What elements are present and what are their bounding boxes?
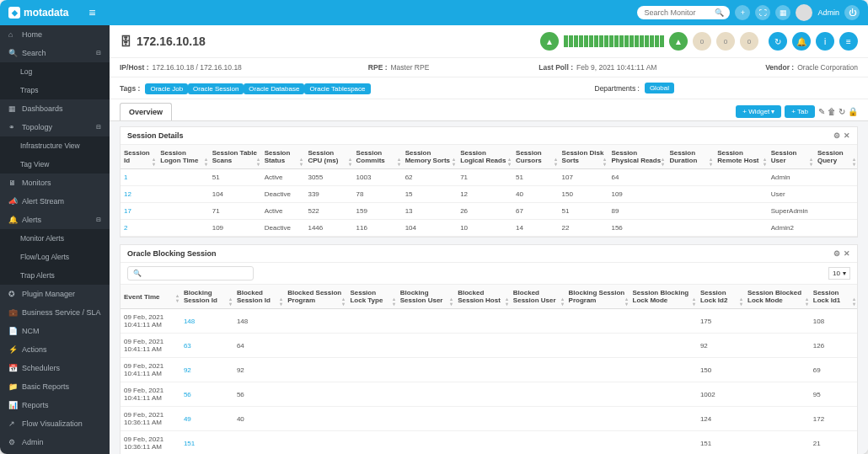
sidebar-item-topology[interactable]: ⚭Topology⊟ xyxy=(0,118,110,136)
sidebar-item-tag-view[interactable]: Tag View xyxy=(0,155,110,174)
sidebar-item-alerts[interactable]: 🔔Alerts⊟ xyxy=(0,211,110,229)
tag-oracle-database[interactable]: Oracle Database xyxy=(244,83,304,94)
page-size-select[interactable]: 10▾ xyxy=(828,267,850,280)
sidebar-item-log[interactable]: Log xyxy=(0,62,110,81)
col-header[interactable]: Session Blocking Lock Mode▴▾ xyxy=(630,285,697,309)
sidebar-item-actions[interactable]: ⚡Actions xyxy=(0,340,110,359)
sidebar-item-ncm[interactable]: 📄NCM xyxy=(0,322,110,340)
cell[interactable]: 92 xyxy=(180,358,233,382)
dept-tag[interactable]: Global xyxy=(645,83,674,93)
power-icon[interactable]: ⏻ xyxy=(844,5,860,20)
col-header[interactable]: Blocked Session User▴▾ xyxy=(510,285,565,309)
grid-icon[interactable]: ▦ xyxy=(775,5,790,20)
search-box[interactable]: 🔍 xyxy=(637,6,730,19)
search-icon[interactable]: 🔍 xyxy=(715,8,724,17)
expand-icon[interactable]: ⛶ xyxy=(755,5,770,20)
sidebar-item-flow-log-alerts[interactable]: Flow/Log Alerts xyxy=(0,248,110,266)
cell[interactable]: 49 xyxy=(180,407,233,431)
col-header[interactable]: Session Cursors▴▾ xyxy=(512,145,559,169)
menu-toggle-icon[interactable]: ≡ xyxy=(88,6,95,19)
cell[interactable]: 56 xyxy=(180,382,233,407)
col-header[interactable]: Blocked Session Host▴▾ xyxy=(454,285,510,309)
cell[interactable]: 148 xyxy=(180,309,233,334)
sidebar-item-alert-stream[interactable]: 📣Alert Stream xyxy=(0,192,110,211)
cell[interactable]: 63 xyxy=(180,334,233,358)
col-header[interactable]: Session Lock Id1▴▾ xyxy=(810,285,857,309)
status-count-3[interactable]: 0 xyxy=(740,32,758,51)
cell[interactable]: 12 xyxy=(121,186,157,203)
col-header[interactable]: Blocked Session Id▴▾ xyxy=(233,285,284,309)
col-header[interactable]: Session Logon Time▴▾ xyxy=(157,145,209,169)
col-header[interactable]: Session Disk Sorts▴▾ xyxy=(559,145,608,169)
refresh-icon[interactable]: ↻ xyxy=(769,32,787,51)
panel-close-icon[interactable]: ✕ xyxy=(844,131,850,140)
blocking-search-input[interactable] xyxy=(127,266,254,280)
panel-settings-icon[interactable]: ⚙ xyxy=(833,131,840,140)
col-header[interactable]: Session Id▴▾ xyxy=(121,145,157,169)
cell[interactable]: 1 xyxy=(121,169,157,186)
panel-close-icon[interactable]: ✕ xyxy=(844,249,850,258)
cell[interactable]: 151 xyxy=(180,431,233,455)
sidebar-item-infrastructure-view[interactable]: Infrastructure View xyxy=(0,136,110,155)
col-header[interactable]: Session Duration▴▾ xyxy=(666,145,714,169)
col-header[interactable]: Blocked Session Program▴▾ xyxy=(284,285,346,309)
col-header[interactable]: Session Blocked Lock Mode▴▾ xyxy=(744,285,810,309)
avatar[interactable] xyxy=(796,4,812,21)
sidebar-item-monitor-alerts[interactable]: Monitor Alerts xyxy=(0,229,110,248)
tab-overview[interactable]: Overview xyxy=(120,103,172,120)
cell[interactable]: 17 xyxy=(121,203,157,220)
col-header[interactable]: Session Status▴▾ xyxy=(261,145,305,169)
search-input[interactable] xyxy=(644,8,711,17)
sidebar-item-dashboards[interactable]: ▦Dashboards xyxy=(0,99,110,118)
col-header[interactable]: Session User▴▾ xyxy=(768,145,814,169)
tag-oracle-session[interactable]: Oracle Session xyxy=(188,83,244,94)
col-header[interactable]: Blocking Session Id▴▾ xyxy=(180,285,233,309)
add-widget-button[interactable]: + Widget ▾ xyxy=(736,105,781,118)
panel-settings-icon[interactable]: ⚙ xyxy=(833,249,840,258)
status-up-icon[interactable]: ▲ xyxy=(540,32,559,51)
delete-icon[interactable]: 🗑 xyxy=(828,107,836,116)
col-header[interactable]: Session Logical Reads▴▾ xyxy=(457,145,512,169)
col-header[interactable]: Event Time▴▾ xyxy=(121,285,180,309)
sidebar-item-traps[interactable]: Traps xyxy=(0,81,110,99)
col-header[interactable]: Session Lock Type▴▾ xyxy=(346,285,396,309)
tag-oracle-job[interactable]: Oracle Job xyxy=(145,83,188,94)
bell-icon[interactable]: 🔔 xyxy=(792,32,811,51)
status-ok-icon[interactable]: ▲ xyxy=(669,32,688,51)
col-header[interactable]: Session Remote Host▴▾ xyxy=(714,145,768,169)
sidebar-item-label: Topology xyxy=(22,123,52,131)
sidebar-item-home[interactable]: ⌂Home xyxy=(0,25,110,44)
col-header[interactable]: Blocking Session Program▴▾ xyxy=(565,285,630,309)
col-header[interactable]: Session Query▴▾ xyxy=(814,145,857,169)
sidebar-item-flow-visualization[interactable]: ↗Flow Visualization xyxy=(0,414,110,433)
add-tab-button[interactable]: + Tab xyxy=(785,105,815,118)
info-icon[interactable]: i xyxy=(816,32,834,51)
sidebar-item-basic-reports[interactable]: 📁Basic Reports xyxy=(0,377,110,396)
sidebar-item-admin[interactable]: ⚙Admin xyxy=(0,433,110,451)
sidebar-item-schedulers[interactable]: 📅Schedulers xyxy=(0,359,110,377)
col-header[interactable]: Session Lock Id2▴▾ xyxy=(697,285,744,309)
cell[interactable]: 2 xyxy=(121,220,157,237)
sort-icon: ▴▾ xyxy=(393,296,395,307)
menu-icon[interactable]: ≡ xyxy=(839,32,858,51)
sidebar-item-trap-alerts[interactable]: Trap Alerts xyxy=(0,266,110,285)
sync-icon[interactable]: ↻ xyxy=(839,107,845,116)
col-header[interactable]: Session Memory Sorts▴▾ xyxy=(402,145,457,169)
col-header[interactable]: Session Table Scans▴▾ xyxy=(209,145,261,169)
tag-oracle-tablespace[interactable]: Oracle Tablespace xyxy=(304,83,370,94)
status-count-1[interactable]: 0 xyxy=(693,32,711,51)
sidebar-item-monitors[interactable]: 🖥Monitors xyxy=(0,174,110,192)
sidebar-item-plugin-manager[interactable]: ✪Plugin Manager xyxy=(0,285,110,303)
lock-icon[interactable]: 🔒 xyxy=(848,107,858,116)
add-icon[interactable]: + xyxy=(735,5,750,20)
col-header[interactable]: Session CPU (ms)▴▾ xyxy=(304,145,352,169)
col-header[interactable]: Blocking Session User▴▾ xyxy=(397,285,454,309)
sidebar-item-reports[interactable]: 📊Reports xyxy=(0,396,110,414)
sidebar-item-business-service-sla[interactable]: 💼Business Service / SLA xyxy=(0,303,110,322)
sidebar-item-search[interactable]: 🔍Search⊟ xyxy=(0,44,110,62)
col-header[interactable]: Session Commits▴▾ xyxy=(353,145,402,169)
edit-icon[interactable]: ✎ xyxy=(818,107,825,116)
logo[interactable]: ◆ motadata xyxy=(8,7,68,19)
status-count-2[interactable]: 0 xyxy=(716,32,735,51)
col-header[interactable]: Session Physical Reads▴▾ xyxy=(608,145,666,169)
